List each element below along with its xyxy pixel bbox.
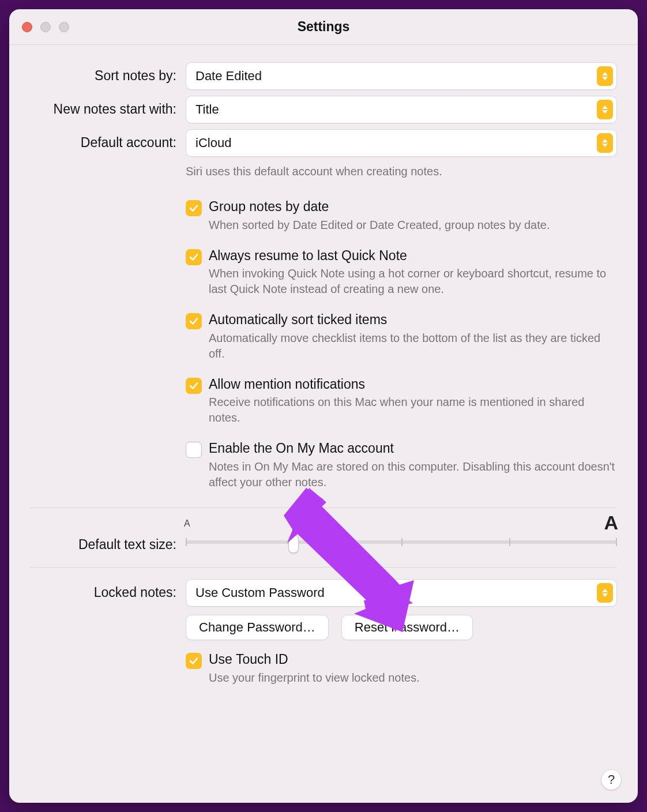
new-notes-value: Title — [195, 102, 219, 117]
chevrons-icon — [597, 66, 613, 86]
checkmark-icon — [189, 316, 199, 326]
resume-quick-note-label: Always resume to last Quick Note — [209, 248, 617, 264]
settings-window: Settings Sort notes by: Date Edited New … — [9, 9, 638, 803]
mention-notifications-checkbox[interactable] — [186, 378, 202, 394]
mention-notifications-label: Allow mention notifications — [209, 377, 617, 393]
locked-notes-value: Use Custom Password — [195, 585, 325, 600]
checkmark-icon — [189, 381, 199, 391]
mention-notifications-desc: Receive notifications on this Mac when y… — [209, 394, 617, 426]
change-password-button[interactable]: Change Password… — [186, 615, 329, 640]
touch-id-checkbox[interactable] — [186, 653, 202, 669]
window-controls — [22, 22, 69, 32]
default-account-value: iCloud — [195, 136, 231, 151]
touch-id-label: Use Touch ID — [209, 652, 420, 668]
auto-sort-ticked-checkbox[interactable] — [186, 313, 202, 329]
group-by-date-checkbox[interactable] — [186, 200, 202, 216]
text-size-label: Default text size: — [30, 522, 186, 552]
reset-password-button[interactable]: Reset Password… — [341, 615, 473, 640]
sort-notes-popup[interactable]: Date Edited — [186, 62, 617, 90]
text-size-slider[interactable]: A A — [186, 517, 617, 553]
help-button[interactable]: ? — [601, 769, 622, 790]
locked-notes-popup[interactable]: Use Custom Password — [186, 579, 617, 607]
chevrons-icon — [597, 133, 613, 153]
section-divider — [30, 567, 617, 567]
window-title: Settings — [298, 19, 350, 35]
checkmark-icon — [189, 656, 199, 666]
slider-tick — [401, 538, 403, 546]
resume-quick-note-desc: When invoking Quick Note using a hot cor… — [209, 266, 617, 297]
checkmark-icon — [189, 252, 199, 262]
slider-tick — [616, 538, 617, 546]
content-area: Sort notes by: Date Edited New notes sta… — [9, 45, 638, 697]
close-window-button[interactable] — [22, 22, 32, 32]
slider-thumb[interactable] — [288, 535, 299, 553]
sort-notes-value: Date Edited — [195, 69, 262, 84]
touch-id-desc: Use your fingerprint to view locked note… — [209, 670, 420, 686]
group-by-date-label: Group notes by date — [209, 199, 550, 215]
titlebar: Settings — [9, 9, 638, 45]
chevrons-icon — [597, 100, 613, 119]
minimize-window-button[interactable] — [40, 22, 51, 32]
default-account-popup[interactable]: iCloud — [186, 129, 617, 157]
group-by-date-desc: When sorted by Date Edited or Date Creat… — [209, 217, 550, 233]
checkmark-icon — [189, 203, 199, 213]
locked-notes-label: Locked notes: — [30, 579, 186, 600]
auto-sort-ticked-desc: Automatically move checklist items to th… — [209, 330, 617, 362]
sort-notes-label: Sort notes by: — [30, 62, 186, 84]
auto-sort-ticked-label: Automatically sort ticked items — [209, 312, 617, 328]
slider-tick — [509, 538, 510, 546]
resume-quick-note-checkbox[interactable] — [186, 249, 202, 265]
zoom-window-button[interactable] — [59, 22, 69, 32]
section-divider — [30, 507, 617, 508]
default-account-label: Default account: — [30, 129, 186, 151]
new-notes-popup[interactable]: Title — [186, 96, 617, 123]
large-a-icon: A — [604, 512, 618, 534]
new-notes-label: New notes start with: — [30, 96, 186, 117]
on-my-mac-desc: Notes in On My Mac are stored on this co… — [209, 459, 617, 490]
on-my-mac-label: Enable the On My Mac account — [209, 441, 617, 457]
slider-tick — [186, 538, 187, 546]
on-my-mac-checkbox[interactable] — [186, 442, 202, 458]
default-account-help: Siri uses this default account when crea… — [186, 164, 617, 179]
small-a-icon: A — [184, 518, 190, 529]
chevrons-icon — [597, 583, 613, 603]
